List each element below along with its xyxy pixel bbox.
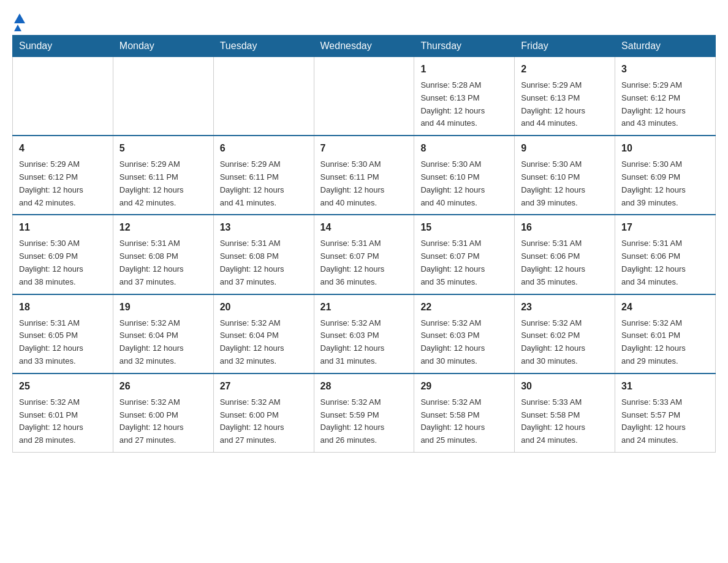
calendar-day-cell — [314, 57, 414, 136]
calendar-day-cell: 9Sunrise: 5:30 AM Sunset: 6:10 PM Daylig… — [515, 136, 615, 215]
day-number: 31 — [621, 379, 709, 394]
day-info: Sunrise: 5:29 AM Sunset: 6:11 PM Dayligh… — [220, 158, 308, 209]
calendar-week-row: 18Sunrise: 5:31 AM Sunset: 6:05 PM Dayli… — [13, 294, 716, 373]
day-number: 26 — [119, 379, 207, 394]
day-info: Sunrise: 5:32 AM Sunset: 6:03 PM Dayligh… — [320, 317, 408, 368]
day-number: 7 — [320, 141, 408, 156]
calendar-day-cell: 15Sunrise: 5:31 AM Sunset: 6:07 PM Dayli… — [414, 215, 515, 294]
day-number: 22 — [420, 300, 508, 315]
calendar-day-cell: 23Sunrise: 5:32 AM Sunset: 6:02 PM Dayli… — [515, 294, 615, 373]
calendar-day-cell: 25Sunrise: 5:32 AM Sunset: 6:01 PM Dayli… — [13, 373, 113, 453]
day-info: Sunrise: 5:31 AM Sunset: 6:08 PM Dayligh… — [220, 237, 308, 288]
day-number: 27 — [220, 379, 308, 394]
calendar-header-row: SundayMondayTuesdayWednesdayThursdayFrid… — [13, 36, 716, 57]
calendar-day-cell: 7Sunrise: 5:30 AM Sunset: 6:11 PM Daylig… — [314, 136, 414, 215]
day-info: Sunrise: 5:30 AM Sunset: 6:11 PM Dayligh… — [320, 158, 408, 209]
day-number: 12 — [119, 220, 207, 235]
day-number: 11 — [19, 220, 107, 235]
day-number: 2 — [521, 62, 609, 77]
day-header-tuesday: Tuesday — [213, 36, 314, 57]
day-number: 17 — [621, 220, 709, 235]
day-header-sunday: Sunday — [13, 36, 113, 57]
calendar-day-cell: 30Sunrise: 5:33 AM Sunset: 5:58 PM Dayli… — [515, 373, 615, 453]
day-number: 14 — [320, 220, 408, 235]
calendar-week-row: 4Sunrise: 5:29 AM Sunset: 6:12 PM Daylig… — [13, 136, 716, 215]
day-info: Sunrise: 5:30 AM Sunset: 6:10 PM Dayligh… — [521, 158, 609, 209]
calendar-day-cell: 21Sunrise: 5:32 AM Sunset: 6:03 PM Dayli… — [314, 294, 414, 373]
day-number: 28 — [320, 379, 408, 394]
day-number: 4 — [19, 141, 107, 156]
day-info: Sunrise: 5:32 AM Sunset: 6:01 PM Dayligh… — [19, 396, 107, 447]
day-header-thursday: Thursday — [414, 36, 515, 57]
day-info: Sunrise: 5:32 AM Sunset: 5:58 PM Dayligh… — [420, 396, 508, 447]
day-number: 20 — [220, 300, 308, 315]
calendar-day-cell: 22Sunrise: 5:32 AM Sunset: 6:03 PM Dayli… — [414, 294, 515, 373]
calendar-week-row: 11Sunrise: 5:30 AM Sunset: 6:09 PM Dayli… — [13, 215, 716, 294]
day-info: Sunrise: 5:29 AM Sunset: 6:13 PM Dayligh… — [521, 79, 609, 130]
day-number: 24 — [621, 300, 709, 315]
day-header-monday: Monday — [113, 36, 213, 57]
calendar-day-cell: 12Sunrise: 5:31 AM Sunset: 6:08 PM Dayli… — [113, 215, 213, 294]
day-info: Sunrise: 5:32 AM Sunset: 6:00 PM Dayligh… — [220, 396, 308, 447]
calendar-day-cell: 4Sunrise: 5:29 AM Sunset: 6:12 PM Daylig… — [13, 136, 113, 215]
day-info: Sunrise: 5:31 AM Sunset: 6:05 PM Dayligh… — [19, 317, 107, 368]
day-info: Sunrise: 5:32 AM Sunset: 5:59 PM Dayligh… — [320, 396, 408, 447]
day-number: 29 — [420, 379, 508, 394]
calendar-week-row: 1Sunrise: 5:28 AM Sunset: 6:13 PM Daylig… — [13, 57, 716, 136]
page-header — [12, 12, 716, 29]
day-info: Sunrise: 5:32 AM Sunset: 6:01 PM Dayligh… — [621, 317, 709, 368]
day-info: Sunrise: 5:30 AM Sunset: 6:09 PM Dayligh… — [621, 158, 709, 209]
day-header-saturday: Saturday — [615, 36, 716, 57]
calendar-day-cell — [13, 57, 113, 136]
day-info: Sunrise: 5:29 AM Sunset: 6:12 PM Dayligh… — [621, 79, 709, 130]
calendar-day-cell: 28Sunrise: 5:32 AM Sunset: 5:59 PM Dayli… — [314, 373, 414, 453]
day-info: Sunrise: 5:32 AM Sunset: 6:00 PM Dayligh… — [119, 396, 207, 447]
calendar-day-cell: 26Sunrise: 5:32 AM Sunset: 6:00 PM Dayli… — [113, 373, 213, 453]
logo — [12, 12, 25, 29]
day-number: 21 — [320, 300, 408, 315]
day-info: Sunrise: 5:31 AM Sunset: 6:07 PM Dayligh… — [320, 237, 408, 288]
calendar-day-cell: 17Sunrise: 5:31 AM Sunset: 6:06 PM Dayli… — [615, 215, 716, 294]
calendar-day-cell: 3Sunrise: 5:29 AM Sunset: 6:12 PM Daylig… — [615, 57, 716, 136]
day-number: 6 — [220, 141, 308, 156]
calendar-day-cell: 29Sunrise: 5:32 AM Sunset: 5:58 PM Dayli… — [414, 373, 515, 453]
calendar-day-cell: 20Sunrise: 5:32 AM Sunset: 6:04 PM Dayli… — [213, 294, 314, 373]
calendar-day-cell: 19Sunrise: 5:32 AM Sunset: 6:04 PM Dayli… — [113, 294, 213, 373]
calendar-day-cell: 16Sunrise: 5:31 AM Sunset: 6:06 PM Dayli… — [515, 215, 615, 294]
calendar-day-cell — [213, 57, 314, 136]
day-info: Sunrise: 5:33 AM Sunset: 5:58 PM Dayligh… — [521, 396, 609, 447]
day-info: Sunrise: 5:29 AM Sunset: 6:11 PM Dayligh… — [119, 158, 207, 209]
calendar-day-cell: 8Sunrise: 5:30 AM Sunset: 6:10 PM Daylig… — [414, 136, 515, 215]
calendar-day-cell: 27Sunrise: 5:32 AM Sunset: 6:00 PM Dayli… — [213, 373, 314, 453]
day-number: 15 — [420, 220, 508, 235]
day-number: 23 — [521, 300, 609, 315]
day-info: Sunrise: 5:33 AM Sunset: 5:57 PM Dayligh… — [621, 396, 709, 447]
day-number: 13 — [220, 220, 308, 235]
day-info: Sunrise: 5:31 AM Sunset: 6:08 PM Dayligh… — [119, 237, 207, 288]
day-info: Sunrise: 5:32 AM Sunset: 6:04 PM Dayligh… — [220, 317, 308, 368]
day-number: 30 — [521, 379, 609, 394]
calendar-day-cell: 11Sunrise: 5:30 AM Sunset: 6:09 PM Dayli… — [13, 215, 113, 294]
day-number: 1 — [420, 62, 508, 77]
day-number: 9 — [521, 141, 609, 156]
calendar-day-cell: 10Sunrise: 5:30 AM Sunset: 6:09 PM Dayli… — [615, 136, 716, 215]
day-number: 3 — [621, 62, 709, 77]
day-info: Sunrise: 5:32 AM Sunset: 6:03 PM Dayligh… — [420, 317, 508, 368]
day-info: Sunrise: 5:32 AM Sunset: 6:02 PM Dayligh… — [521, 317, 609, 368]
calendar-day-cell: 1Sunrise: 5:28 AM Sunset: 6:13 PM Daylig… — [414, 57, 515, 136]
day-info: Sunrise: 5:31 AM Sunset: 6:06 PM Dayligh… — [521, 237, 609, 288]
calendar-day-cell: 14Sunrise: 5:31 AM Sunset: 6:07 PM Dayli… — [314, 215, 414, 294]
calendar-day-cell: 18Sunrise: 5:31 AM Sunset: 6:05 PM Dayli… — [13, 294, 113, 373]
calendar-day-cell: 2Sunrise: 5:29 AM Sunset: 6:13 PM Daylig… — [515, 57, 615, 136]
calendar-day-cell: 6Sunrise: 5:29 AM Sunset: 6:11 PM Daylig… — [213, 136, 314, 215]
day-header-wednesday: Wednesday — [314, 36, 414, 57]
day-number: 25 — [19, 379, 107, 394]
calendar-day-cell: 31Sunrise: 5:33 AM Sunset: 5:57 PM Dayli… — [615, 373, 716, 453]
day-info: Sunrise: 5:32 AM Sunset: 6:04 PM Dayligh… — [119, 317, 207, 368]
day-info: Sunrise: 5:30 AM Sunset: 6:10 PM Dayligh… — [420, 158, 508, 209]
calendar-day-cell: 5Sunrise: 5:29 AM Sunset: 6:11 PM Daylig… — [113, 136, 213, 215]
calendar-day-cell: 13Sunrise: 5:31 AM Sunset: 6:08 PM Dayli… — [213, 215, 314, 294]
day-number: 18 — [19, 300, 107, 315]
calendar-day-cell — [113, 57, 213, 136]
calendar-day-cell: 24Sunrise: 5:32 AM Sunset: 6:01 PM Dayli… — [615, 294, 716, 373]
